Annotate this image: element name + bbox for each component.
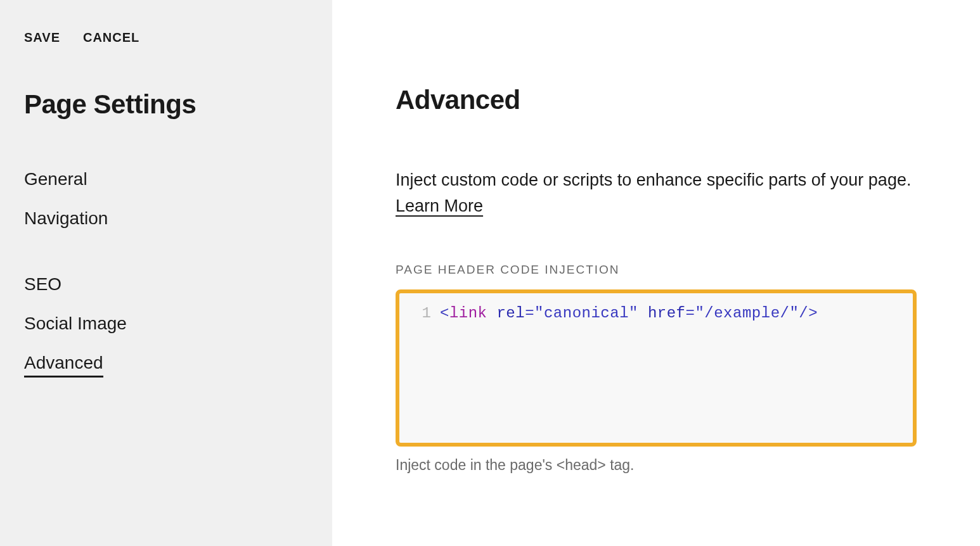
code-injection-input[interactable]: 1 <link rel="canonical" href="/example/"… <box>396 289 917 447</box>
settings-sidebar: SAVE CANCEL Page Settings General Naviga… <box>0 0 332 546</box>
section-label: PAGE HEADER CODE INJECTION <box>396 263 917 277</box>
sidebar-title: Page Settings <box>24 89 308 120</box>
page-description: Inject custom code or scripts to enhance… <box>396 167 917 219</box>
sidebar-item-advanced[interactable]: Advanced <box>24 353 103 378</box>
code-content: <link rel="canonical" href="/example/"/> <box>440 305 818 322</box>
code-line: 1 <link rel="canonical" href="/example/"… <box>406 305 906 322</box>
sidebar-item-general[interactable]: General <box>24 169 87 189</box>
description-text: Inject custom code or scripts to enhance… <box>396 170 911 189</box>
page-title: Advanced <box>396 85 917 115</box>
nav-divider <box>24 248 308 255</box>
sidebar-nav: General Navigation SEO Social Image Adva… <box>24 169 308 378</box>
sidebar-item-seo[interactable]: SEO <box>24 274 61 295</box>
sidebar-item-social-image[interactable]: Social Image <box>24 314 127 334</box>
save-button[interactable]: SAVE <box>24 30 60 45</box>
cancel-button[interactable]: CANCEL <box>83 30 139 45</box>
line-number: 1 <box>406 305 431 322</box>
helper-text: Inject code in the page's <head> tag. <box>396 457 917 474</box>
sidebar-actions: SAVE CANCEL <box>24 30 308 45</box>
sidebar-item-navigation[interactable]: Navigation <box>24 208 108 229</box>
main-content: Advanced Inject custom code or scripts t… <box>332 0 980 546</box>
learn-more-link[interactable]: Learn More <box>396 196 483 215</box>
